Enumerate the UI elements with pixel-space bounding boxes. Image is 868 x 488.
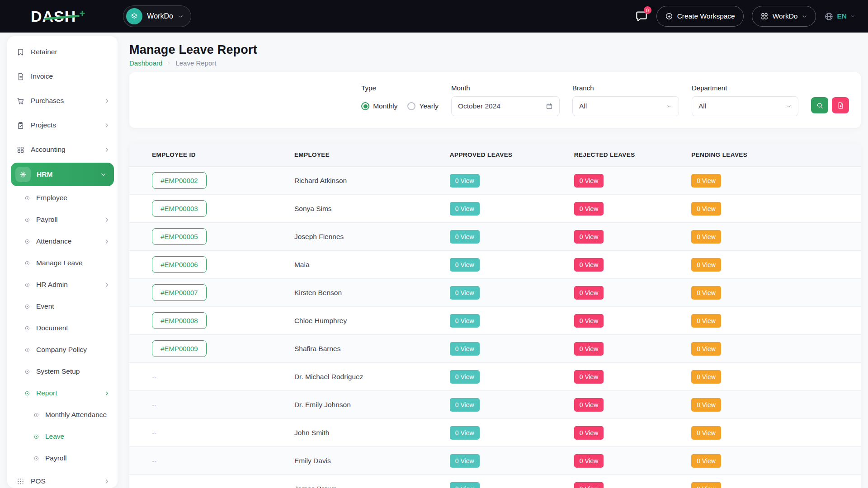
employee-id-badge[interactable]: #EMP00007 <box>152 284 207 301</box>
approved-leaves-view-button[interactable]: 0 View <box>450 342 480 356</box>
rejected-leaves-view-button[interactable]: 0 View <box>574 230 604 244</box>
radio-monthly-dot[interactable] <box>361 102 369 110</box>
layers-icon <box>130 12 138 20</box>
search-button[interactable] <box>811 97 828 113</box>
pending-leaves-view-button[interactable]: 0 View <box>691 230 721 244</box>
breadcrumb-dashboard-link[interactable]: Dashboard <box>129 59 162 67</box>
sidebar-item-leave[interactable]: Leave <box>7 426 118 447</box>
app-logo[interactable]: DASH + <box>31 8 76 25</box>
pending-leaves-view-button[interactable]: 0 View <box>691 398 721 412</box>
sidebar-item-projects[interactable]: Projects <box>7 113 118 137</box>
approved-leaves-view-button[interactable]: 0 View <box>450 314 480 328</box>
sidebar-item-accounting[interactable]: Accounting <box>7 137 118 162</box>
pending-leaves-view-button[interactable]: 0 View <box>691 258 721 272</box>
month-filter-group: Month October 2024 <box>451 84 560 116</box>
create-workspace-button[interactable]: Create Workspace <box>656 6 744 27</box>
employee-id-badge[interactable]: #EMP00005 <box>152 228 207 245</box>
pending-leaves-view-button[interactable]: 0 View <box>691 286 721 300</box>
workspace-switcher[interactable]: WorkDo <box>123 5 191 27</box>
workdo-menu-button[interactable]: WorkDo <box>752 6 816 27</box>
employee-id-empty: -- <box>152 373 156 380</box>
sidebar-item-monthly-attendance[interactable]: Monthly Attendance <box>7 404 118 426</box>
rejected-leaves-view-button[interactable]: 0 View <box>574 454 604 468</box>
sidebar-item-document[interactable]: Document <box>7 317 118 339</box>
rejected-leaves-view-button[interactable]: 0 View <box>574 174 604 188</box>
radio-monthly[interactable]: Monthly <box>361 102 397 110</box>
rejected-leaves-view-button[interactable]: 0 View <box>574 342 604 356</box>
rejected-leaves-view-button[interactable]: 0 View <box>574 258 604 272</box>
approved-leaves-view-button[interactable]: 0 View <box>450 286 480 300</box>
month-input[interactable]: October 2024 <box>451 96 560 116</box>
sidebar-item-company-policy[interactable]: Company Policy <box>7 339 118 361</box>
rejected-leaves-view-button[interactable]: 0 View <box>574 370 604 384</box>
sidebar-item-label: Leave <box>45 432 110 441</box>
messages-button[interactable]: 0 <box>635 9 648 23</box>
pending-leaves-view-button[interactable]: 0 View <box>691 426 721 440</box>
export-button[interactable] <box>832 97 849 113</box>
approved-leaves-view-button[interactable]: 0 View <box>450 174 480 188</box>
table-row: --Dr. Michael Rodriguez0 View0 View0 Vie… <box>129 363 861 391</box>
pending-leaves-view-button[interactable]: 0 View <box>691 174 721 188</box>
sidebar-item-report[interactable]: Report <box>7 382 118 404</box>
pending-leaves-view-button[interactable]: 0 View <box>691 202 721 216</box>
sidebar-item-employee[interactable]: Employee <box>7 187 118 209</box>
rejected-leaves-view-button[interactable]: 0 View <box>574 482 604 488</box>
pending-leaves-view-button[interactable]: 0 View <box>691 482 721 488</box>
rejected-leaves-view-button[interactable]: 0 View <box>574 426 604 440</box>
employee-id-badge[interactable]: #EMP00008 <box>152 312 207 329</box>
department-select[interactable]: All <box>692 96 798 116</box>
chevron-right-icon <box>104 478 110 485</box>
sidebar-item-event[interactable]: Event <box>7 296 118 317</box>
approved-leaves-view-button[interactable]: 0 View <box>450 230 480 244</box>
approved-leaves-view-button[interactable]: 0 View <box>450 258 480 272</box>
employee-id-empty: -- <box>152 401 156 408</box>
chevron-down-icon <box>666 103 672 109</box>
sidebar-item-hrm[interactable]: HRM <box>11 163 114 186</box>
approved-leaves-view-button[interactable]: 0 View <box>450 482 480 488</box>
chevron-right-icon <box>104 282 110 288</box>
branch-select[interactable]: All <box>572 96 679 116</box>
employee-id-badge[interactable]: #EMP00009 <box>152 340 207 357</box>
sidebar-item-purchases[interactable]: Purchases <box>7 89 118 113</box>
plus-circle-icon <box>665 12 673 20</box>
pending-leaves-view-button[interactable]: 0 View <box>691 314 721 328</box>
table-row: #EMP00009Shafira Barnes0 View0 View0 Vie… <box>129 335 861 363</box>
table-row: #EMP00005Joseph Fiennes0 View0 View0 Vie… <box>129 223 861 251</box>
chevron-down-icon <box>850 14 855 19</box>
sidebar-item-invoice[interactable]: Invoice <box>7 64 118 89</box>
table-row: --Dr. Emily Johnson0 View0 View0 View <box>129 391 861 419</box>
sidebar-item-hr-admin[interactable]: HR Admin <box>7 274 118 296</box>
sidebar-item-label: Employee <box>36 194 110 202</box>
employee-id-badge[interactable]: #EMP00006 <box>152 256 207 273</box>
employee-name: James Brown <box>294 485 450 488</box>
sidebar-item-payroll[interactable]: Payroll <box>7 447 118 469</box>
rejected-leaves-view-button[interactable]: 0 View <box>574 314 604 328</box>
bullet-icon <box>33 412 39 418</box>
employee-id-badge[interactable]: #EMP00003 <box>152 200 207 217</box>
approved-leaves-view-button[interactable]: 0 View <box>450 426 480 440</box>
approved-leaves-view-button[interactable]: 0 View <box>450 370 480 384</box>
approved-leaves-view-button[interactable]: 0 View <box>450 398 480 412</box>
rejected-leaves-view-button[interactable]: 0 View <box>574 398 604 412</box>
sidebar-item-attendance[interactable]: Attendance <box>7 230 118 252</box>
sidebar-item-manage-leave[interactable]: Manage Leave <box>7 252 118 274</box>
sidebar-item-payroll[interactable]: Payroll <box>7 209 118 230</box>
radio-yearly-dot[interactable] <box>407 102 415 110</box>
breadcrumb: Dashboard Leave Report <box>129 59 861 67</box>
pending-leaves-view-button[interactable]: 0 View <box>691 342 721 356</box>
radio-yearly[interactable]: Yearly <box>407 102 439 110</box>
approved-leaves-view-button[interactable]: 0 View <box>450 454 480 468</box>
grid-icon <box>760 12 769 20</box>
table-header: Employee IdEmployeeApproved LeavesReject… <box>129 143 861 167</box>
language-selector[interactable]: EN <box>824 12 855 21</box>
pending-leaves-view-button[interactable]: 0 View <box>691 370 721 384</box>
bullet-icon <box>24 260 30 266</box>
rejected-leaves-view-button[interactable]: 0 View <box>574 202 604 216</box>
rejected-leaves-view-button[interactable]: 0 View <box>574 286 604 300</box>
approved-leaves-view-button[interactable]: 0 View <box>450 202 480 216</box>
employee-id-badge[interactable]: #EMP00002 <box>152 172 207 189</box>
pending-leaves-view-button[interactable]: 0 View <box>691 454 721 468</box>
sidebar-item-system-setup[interactable]: System Setup <box>7 361 118 382</box>
sidebar-item-retainer[interactable]: Retainer <box>7 40 118 64</box>
sidebar-item-pos[interactable]: POS <box>7 469 118 488</box>
